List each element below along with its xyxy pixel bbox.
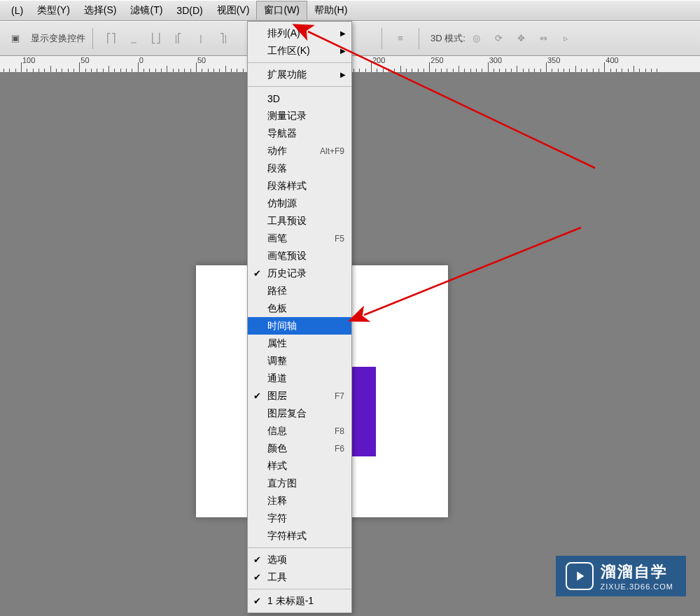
menu-item-label: 扩展功能: [267, 69, 344, 81]
align-vcenter-icon[interactable]: ⎯: [124, 29, 144, 48]
align-left-icon[interactable]: |⎡: [169, 29, 188, 48]
menu-item[interactable]: 仿制源: [248, 195, 351, 212]
check-icon: ✔: [253, 268, 261, 279]
3d-mode-label: 3D 模式:: [430, 32, 465, 45]
menu-item-label: 工具: [267, 571, 344, 584]
menu-item-label: 导航器: [267, 127, 344, 140]
menu-item[interactable]: 图层复合: [248, 405, 351, 422]
submenu-arrow-icon: ▶: [340, 71, 346, 78]
menu-item-label: 排列(A): [267, 27, 344, 40]
menu-item[interactable]: 排列(A)▶: [248, 24, 351, 42]
ruler-label: 50: [80, 56, 89, 64]
menu-item[interactable]: 调整: [248, 352, 351, 370]
menu-item[interactable]: ✔1 未标题-1: [248, 592, 351, 610]
menu-item-label: 调整: [267, 355, 344, 368]
menu-item[interactable]: (L): [4, 2, 30, 19]
menu-item[interactable]: 滤镜(T): [123, 1, 169, 20]
menu-item-label: 属性: [267, 337, 344, 350]
menu-item[interactable]: 画笔F5: [248, 230, 351, 247]
menu-item-label: 1 未标题-1: [267, 595, 344, 608]
check-icon: ✔: [253, 572, 261, 582]
ruler-label: 300: [489, 56, 502, 64]
submenu-arrow-icon: ▶: [340, 47, 346, 55]
watermark-title: 溜溜自学: [601, 561, 673, 582]
menu-item[interactable]: 视图(V): [210, 1, 257, 20]
align-bottom-icon[interactable]: ⎣⎦: [146, 29, 166, 48]
align-top-icon[interactable]: ⎡⎤: [102, 29, 121, 48]
menu-item-label: 动作: [267, 145, 320, 158]
watermark-url: ZIXUE.3D66.COM: [601, 582, 673, 591]
3d-roll-icon[interactable]: ⟳: [489, 29, 509, 48]
menu-item[interactable]: 测量记录: [248, 107, 351, 125]
watermark: 溜溜自学 ZIXUE.3D66.COM: [556, 556, 686, 596]
menu-item[interactable]: 帮助(H): [307, 1, 354, 20]
ruler-label: 250: [430, 56, 443, 64]
menu-item-label: 色板: [267, 302, 344, 315]
menu-item[interactable]: ✔工具: [248, 568, 351, 586]
menu-item[interactable]: 扩展功能▶: [248, 66, 351, 83]
menu-item[interactable]: 类型(Y): [30, 1, 77, 20]
menu-item-label: 通道: [267, 372, 344, 385]
menu-item-label: 历史记录: [267, 267, 344, 280]
menu-item-label: 颜色: [267, 442, 335, 455]
menu-item[interactable]: 路径: [248, 282, 351, 300]
menu-item[interactable]: 工作区(K)▶: [248, 42, 351, 59]
menu-item[interactable]: 工具预设: [248, 212, 351, 230]
shortcut-label: F8: [335, 426, 344, 436]
menu-item-label: 直方图: [267, 477, 344, 490]
ruler-label: 350: [547, 56, 560, 64]
menu-item[interactable]: 画笔预设: [248, 247, 351, 265]
3d-zoom-icon[interactable]: ▹: [556, 29, 576, 48]
menu-item-label: 画笔: [267, 232, 335, 245]
show-transform-label[interactable]: 显示变换控件: [31, 32, 85, 45]
shortcut-label: F6: [335, 444, 344, 454]
menu-item[interactable]: 窗口(W): [256, 1, 307, 20]
3d-pan-icon[interactable]: ✥: [512, 29, 531, 48]
menu-item[interactable]: 样式: [248, 457, 351, 475]
menu-item-label: 工具预设: [267, 215, 344, 227]
menu-item-label: 样式: [267, 460, 344, 472]
menu-item-label: 工作区(K): [267, 45, 344, 57]
menu-item[interactable]: 3D(D): [169, 2, 209, 19]
ruler-label: 400: [606, 56, 618, 64]
menu-item[interactable]: 属性: [248, 335, 351, 352]
ruler-label: 100: [22, 56, 35, 64]
menu-item-label: 测量记录: [267, 110, 344, 122]
distribute-icon[interactable]: ≡: [391, 29, 410, 48]
3d-orbit-icon[interactable]: ◎: [467, 29, 486, 48]
menu-item-label: 信息: [267, 425, 335, 438]
menu-item[interactable]: 信息F8: [248, 422, 351, 440]
submenu-arrow-icon: ▶: [340, 29, 346, 37]
menu-item-label: 3D: [267, 93, 344, 104]
menu-item[interactable]: 段落: [248, 160, 351, 177]
menu-item[interactable]: 导航器: [248, 125, 351, 142]
menu-item[interactable]: 通道: [248, 370, 351, 387]
ruler-label: 200: [372, 56, 385, 64]
check-icon: ✔: [253, 391, 261, 401]
menu-item-label: 注释: [267, 495, 344, 507]
menu-item[interactable]: 字符样式: [248, 527, 351, 545]
shortcut-label: F5: [335, 234, 344, 244]
menu-item[interactable]: 字符: [248, 510, 351, 527]
align-hcenter-icon[interactable]: |: [191, 29, 211, 48]
menu-item[interactable]: ✔选项: [248, 551, 351, 568]
menu-item[interactable]: 段落样式: [248, 177, 351, 195]
menu-item[interactable]: 色板: [248, 300, 351, 317]
menu-item-label: 段落: [267, 162, 344, 175]
3d-slide-icon[interactable]: ⇔: [534, 29, 554, 48]
ruler-label: 0: [139, 56, 144, 64]
menu-item[interactable]: 直方图: [248, 475, 351, 492]
menu-item[interactable]: ✔历史记录: [248, 265, 351, 282]
shortcut-label: F7: [335, 391, 344, 401]
autoselect-icon[interactable]: ▣: [6, 29, 25, 48]
menu-item[interactable]: 3D: [248, 90, 351, 107]
menu-item-label: 段落样式: [267, 180, 344, 192]
menu-item[interactable]: 时间轴: [248, 317, 351, 335]
menu-item[interactable]: 选择(S): [77, 1, 124, 20]
align-right-icon[interactable]: ⎤|: [214, 29, 233, 48]
menu-item[interactable]: ✔图层F7: [248, 387, 351, 405]
menu-item[interactable]: 动作Alt+F9: [248, 142, 351, 160]
menu-item[interactable]: 注释: [248, 492, 351, 510]
menu-item[interactable]: 颜色F6: [248, 440, 351, 457]
divider: [382, 28, 382, 49]
